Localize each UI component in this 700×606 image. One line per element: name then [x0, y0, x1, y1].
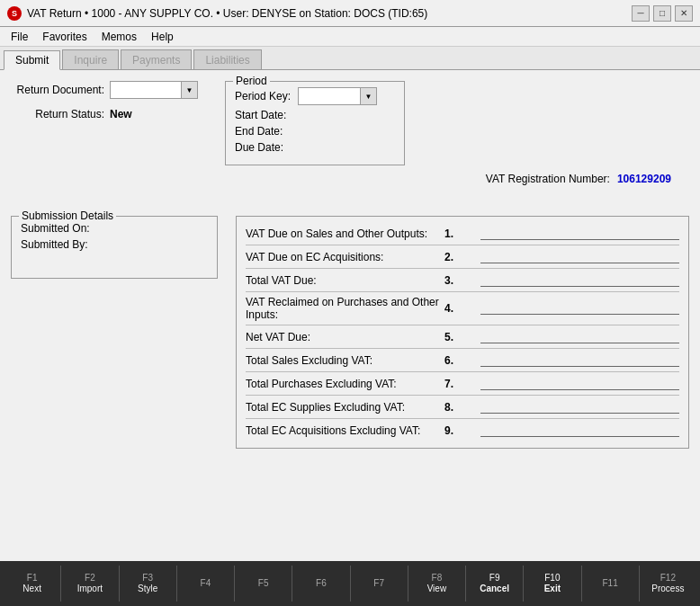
fkey-code-f5: F5: [258, 578, 269, 589]
vat-value-line-6: [480, 354, 679, 367]
vat-num-8: 8.: [444, 401, 471, 414]
vat-desc-9: Total EC Acquisitions Excluding VAT:: [246, 424, 444, 437]
tab-inquire[interactable]: Inquire: [62, 49, 119, 69]
return-document-label: Return Document:: [11, 84, 110, 96]
vat-line-row: VAT Due on EC Acquisitions: 2.: [246, 245, 679, 269]
vat-desc-7: Total Purchases Excluding VAT:: [246, 378, 444, 390]
fkey-code-f7: F7: [373, 578, 384, 589]
return-document-dropdown: ▼: [110, 81, 198, 99]
vat-line-row: Total Purchases Excluding VAT: 7.: [246, 372, 679, 396]
fkey-code-f3: F3: [142, 573, 153, 584]
due-date-row: Due Date:: [235, 141, 395, 154]
fkey-label-f1: Next: [22, 584, 41, 594]
title-bar: S VAT Return • 1000 - ANY SUPPLY CO. • U…: [0, 0, 700, 27]
vat-line-row: Net VAT Due: 5.: [246, 325, 679, 349]
vat-reg-label: VAT Registration Number:: [486, 173, 610, 185]
fkey-label-f12: Process: [651, 584, 684, 594]
vat-num-9: 9.: [444, 424, 471, 437]
tab-submit[interactable]: Submit: [4, 50, 60, 70]
fkey-f8[interactable]: F8 View: [408, 566, 466, 602]
submission-legend: Submission Details: [19, 209, 116, 222]
period-key-dropdown: ▼: [298, 87, 377, 105]
fkey-label-f8: View: [427, 584, 447, 594]
submission-box: Submission Details Submitted On: Submitt…: [11, 216, 218, 279]
vat-value-line-2: [480, 251, 679, 263]
return-document-dropdown-btn[interactable]: ▼: [182, 81, 198, 99]
return-status-value: New: [110, 108, 132, 120]
minimize-button[interactable]: ─: [632, 5, 650, 22]
fkey-code-f9: F9: [489, 573, 500, 584]
vat-line-row: VAT Due on Sales and Other Outputs: 1.: [246, 222, 679, 245]
fkey-f1[interactable]: F1 Next: [4, 566, 61, 602]
period-key-row: Period Key: ▼: [235, 87, 395, 105]
submitted-by-label: Submitted By:: [21, 238, 102, 251]
vat-num-1: 1.: [444, 227, 471, 240]
restore-button[interactable]: □: [653, 5, 671, 22]
vat-line-row: Total EC Acquisitions Excluding VAT: 9.: [246, 419, 679, 442]
period-legend: Period: [233, 75, 270, 87]
fkey-f6[interactable]: F6: [292, 566, 350, 602]
vat-reg-area: VAT Registration Number: 106129209: [486, 173, 671, 185]
vat-num-4: 4.: [444, 302, 471, 315]
vat-value-line-8: [480, 401, 679, 414]
vat-num-5: 5.: [444, 331, 471, 343]
vat-table-area: VAT Due on Sales and Other Outputs: 1. V…: [236, 216, 689, 449]
vat-line-row: Total Sales Excluding VAT: 6.: [246, 349, 679, 372]
fkey-label-f9: Cancel: [480, 584, 509, 594]
vat-line-row: Total EC Supplies Excluding VAT: 8.: [246, 396, 679, 419]
tab-liabilities[interactable]: Liabilities: [193, 49, 261, 69]
fkey-label-f10: Exit: [544, 584, 561, 594]
menu-memos[interactable]: Memos: [94, 27, 144, 46]
period-key-dropdown-btn[interactable]: ▼: [361, 87, 377, 105]
tab-bar: Submit Inquire Payments Liabilities: [0, 47, 700, 70]
menu-help[interactable]: Help: [144, 27, 181, 46]
return-status-row: Return Status: New: [11, 108, 198, 120]
period-section: Period Period Key: ▼ Start Date: End Dat…: [225, 81, 405, 165]
vat-desc-3: Total VAT Due:: [246, 274, 444, 287]
return-status-label: Return Status:: [11, 108, 110, 120]
fkey-f7[interactable]: F7: [351, 566, 408, 602]
menu-file[interactable]: File: [4, 27, 35, 46]
vat-value-line-4: [480, 302, 679, 315]
submitted-by-row: Submitted By:: [21, 238, 208, 251]
fkey-f10[interactable]: F10 Exit: [524, 566, 581, 602]
fkey-f11[interactable]: F11: [582, 566, 640, 602]
fkey-f4[interactable]: F4: [177, 566, 235, 602]
vat-num-2: 2.: [444, 251, 471, 263]
fkey-f9[interactable]: F9 Cancel: [466, 566, 524, 602]
fkey-code-f10: F10: [544, 573, 560, 584]
vat-desc-2: VAT Due on EC Acquisitions:: [246, 251, 444, 263]
vat-desc-1: VAT Due on Sales and Other Outputs:: [246, 227, 444, 240]
vat-value-line-9: [480, 424, 679, 437]
menu-favorites[interactable]: Favorites: [35, 27, 94, 46]
fkey-f3[interactable]: F3 Style: [120, 566, 177, 602]
vat-num-3: 3.: [444, 274, 471, 287]
vat-value-line-7: [480, 378, 679, 390]
period-box: Period Period Key: ▼ Start Date: End Dat…: [225, 81, 405, 165]
submitted-on-row: Submitted On:: [21, 222, 208, 235]
vat-desc-4: VAT Reclaimed on Purchases and Other Inp…: [246, 296, 444, 321]
fkey-f12[interactable]: F12 Process: [640, 566, 696, 602]
bottom-section: Submission Details Submitted On: Submitt…: [11, 216, 689, 449]
return-document-input[interactable]: [110, 81, 182, 99]
fkey-f2[interactable]: F2 Import: [61, 566, 119, 602]
fkey-code-f2: F2: [85, 573, 95, 584]
fkey-f5[interactable]: F5: [235, 566, 292, 602]
fkey-label-f3: Style: [138, 584, 157, 594]
end-date-label: End Date:: [235, 125, 298, 138]
period-key-label: Period Key:: [235, 90, 298, 102]
vat-line-row: VAT Reclaimed on Purchases and Other Inp…: [246, 292, 679, 325]
menu-bar: File Favorites Memos Help: [0, 27, 700, 47]
vat-reg-value: 106129209: [617, 173, 671, 185]
vat-num-7: 7.: [444, 378, 471, 390]
app-icon: S: [7, 6, 22, 21]
fkey-bar: F1 Next F2 Import F3 Style F4 F5 F6 F7 F…: [0, 561, 700, 606]
fkey-code-f11: F11: [603, 578, 618, 589]
tab-payments[interactable]: Payments: [121, 49, 192, 69]
due-date-label: Due Date:: [235, 141, 298, 154]
period-key-input[interactable]: [298, 87, 361, 105]
vat-num-6: 6.: [444, 354, 471, 367]
vat-desc-8: Total EC Supplies Excluding VAT:: [246, 401, 444, 414]
close-button[interactable]: ✕: [675, 5, 693, 22]
end-date-row: End Date:: [235, 125, 395, 138]
